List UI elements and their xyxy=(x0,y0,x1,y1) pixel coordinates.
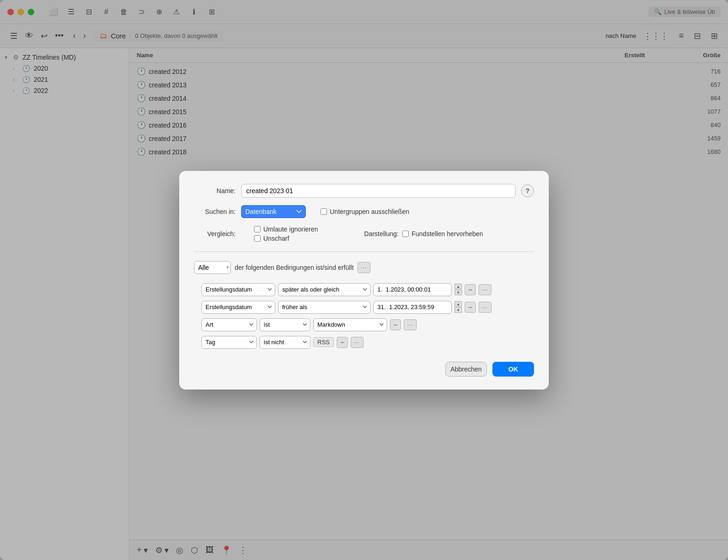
compare-display-row: Vergleich: Umlaute ignorieren Unscharf D… xyxy=(194,225,534,242)
name-row: Name: ? xyxy=(194,184,534,198)
condition2-field[interactable]: Erstellungsdatum xyxy=(201,301,275,314)
ignore-umlauts-label[interactable]: Umlaute ignorieren xyxy=(254,225,318,233)
fuzzy-text: Unscharf xyxy=(263,235,289,242)
search-dialog: Name: ? Suchen in: Datenbank Untergruppe… xyxy=(179,171,549,390)
exclude-subgroups-checkbox[interactable] xyxy=(321,208,327,215)
condition1-stepper[interactable]: ▲ ▼ xyxy=(455,284,462,295)
fuzzy-label[interactable]: Unscharf xyxy=(254,235,318,242)
exclude-subgroups-label[interactable]: Untergruppen ausschließen xyxy=(321,208,409,215)
search-in-row: Suchen in: Datenbank Untergruppen aussch… xyxy=(194,205,534,218)
condition4-operator[interactable]: ist nicht xyxy=(260,336,310,349)
highlight-checkbox[interactable] xyxy=(402,231,409,237)
condition2-stepper[interactable]: ▲ ▼ xyxy=(455,301,462,313)
condition3-value[interactable]: Markdown xyxy=(313,318,387,331)
condition4-field[interactable]: Tag xyxy=(201,336,257,349)
condition-line-1: Erstellungsdatum später als oder gleich … xyxy=(201,283,534,296)
all-select-wrapper[interactable]: Alle ▾ xyxy=(194,261,231,274)
condition-line-2: Erstellungsdatum früher als ▲ ▼ − ··· xyxy=(201,301,534,314)
condition2-stepper-up[interactable]: ▲ xyxy=(455,301,462,307)
help-button[interactable]: ? xyxy=(521,184,534,197)
condition2-more-button[interactable]: ··· xyxy=(479,302,491,313)
ignore-umlauts-checkbox[interactable] xyxy=(254,226,261,232)
condition1-stepper-down[interactable]: ▼ xyxy=(455,290,462,295)
divider xyxy=(194,251,534,252)
condition3-operator[interactable]: ist xyxy=(260,318,310,331)
highlight-label[interactable]: Fundstellen hervorheben xyxy=(402,230,483,237)
exclude-subgroups-text: Untergruppen ausschließen xyxy=(330,208,409,215)
conditions-more-button[interactable]: ··· xyxy=(358,262,370,273)
cancel-button[interactable]: Abbrechen xyxy=(445,362,487,377)
compare-checkboxes: Umlaute ignorieren Unscharf xyxy=(254,225,318,242)
condition-line-4: Tag ist nicht RSS − ··· xyxy=(201,336,534,349)
condition3-field[interactable]: Art xyxy=(201,318,257,331)
name-input[interactable] xyxy=(241,184,516,198)
highlight-text: Fundstellen hervorheben xyxy=(412,230,483,237)
condition3-remove-button[interactable]: − xyxy=(390,319,401,330)
display-group: Darstellung: Fundstellen hervorheben xyxy=(364,230,483,237)
compare-label: Vergleich: xyxy=(194,230,236,237)
display-label: Darstellung: xyxy=(364,230,399,237)
modal-overlay: Name: ? Suchen in: Datenbank Untergruppe… xyxy=(0,0,728,560)
condition4-tag-value: RSS xyxy=(313,337,334,347)
all-label: Alle xyxy=(198,264,209,271)
condition1-more-button[interactable]: ··· xyxy=(479,284,491,295)
modal-buttons: Abbrechen OK xyxy=(194,362,534,377)
condition2-value[interactable] xyxy=(373,301,452,314)
condition4-remove-button[interactable]: − xyxy=(337,337,348,348)
condition-line-3: Art ist Markdown − ··· xyxy=(201,318,534,331)
fuzzy-checkbox[interactable] xyxy=(254,235,261,242)
exclude-subgroups-wrapper: Untergruppen ausschließen xyxy=(321,208,409,215)
condition1-field[interactable]: Erstellungsdatum xyxy=(201,283,275,296)
condition2-stepper-down[interactable]: ▼ xyxy=(455,307,462,313)
condition1-stepper-up[interactable]: ▲ xyxy=(455,284,462,289)
all-chevron-icon: ▾ xyxy=(226,265,229,270)
name-label: Name: xyxy=(194,187,236,195)
conditions-header-row: Alle ▾ der folgenden Bedingungen ist/sin… xyxy=(194,261,534,274)
condition2-remove-button[interactable]: − xyxy=(465,302,476,313)
condition3-more-button[interactable]: ··· xyxy=(404,319,417,330)
condition2-operator[interactable]: früher als xyxy=(278,301,370,314)
conditions-text: der folgenden Bedingungen ist/sind erfül… xyxy=(235,264,354,271)
search-in-select[interactable]: Datenbank xyxy=(241,205,306,218)
condition4-more-button[interactable]: ··· xyxy=(351,337,364,348)
condition1-remove-button[interactable]: − xyxy=(465,284,476,295)
condition1-operator[interactable]: später als oder gleich xyxy=(278,283,370,296)
ignore-umlauts-text: Umlaute ignorieren xyxy=(263,225,318,233)
conditions-block: Erstellungsdatum später als oder gleich … xyxy=(194,283,534,351)
search-in-label: Suchen in: xyxy=(194,208,236,215)
ok-button[interactable]: OK xyxy=(492,362,534,377)
condition1-value[interactable] xyxy=(373,283,452,296)
